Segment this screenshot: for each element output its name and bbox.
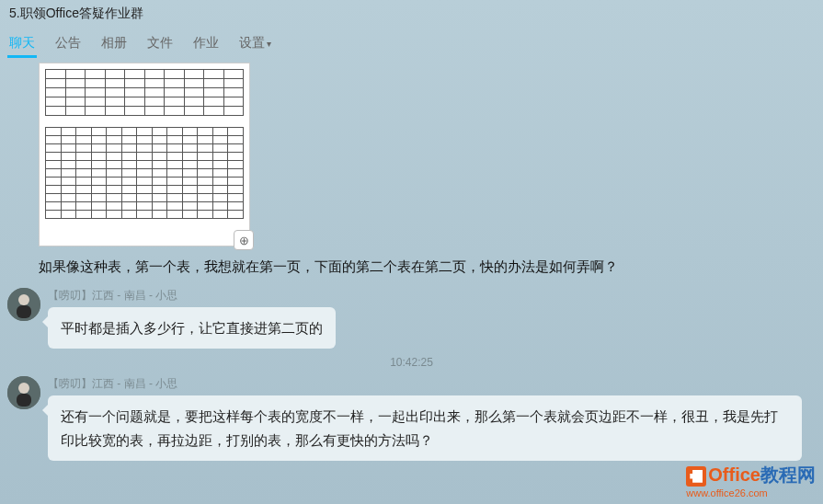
- office-logo-icon: [686, 466, 706, 487]
- chat-area: ⊕ 如果像这种表，第一个表，我想就在第一页，下面的第二个表在第二页，快的办法是如…: [0, 63, 823, 461]
- tab-chat[interactable]: 聊天: [7, 29, 37, 57]
- message-row: 【唠叨】江西 - 南昌 - 小思 平时都是插入多少行，让它直接进第二页的: [7, 288, 816, 349]
- window-title: 5.职领Office答疑作业群: [0, 0, 823, 28]
- chevron-down-icon: ▾: [267, 39, 271, 49]
- svg-rect-2: [17, 305, 31, 318]
- message-text: 平时都是插入多少行，让它直接进第二页的: [61, 320, 323, 336]
- attached-image[interactable]: ⊕: [39, 63, 250, 246]
- message-bubble: 还有一个问题就是，要把这样每个表的宽度不一样，一起出印出来，那么第一个表就会页边…: [48, 395, 802, 461]
- tab-notice[interactable]: 公告: [53, 29, 83, 57]
- tab-bar: 聊天 公告 相册 文件 作业 设置▾: [0, 28, 823, 59]
- magnifier-plus-icon[interactable]: ⊕: [234, 230, 254, 250]
- avatar[interactable]: [7, 288, 40, 321]
- svg-rect-5: [17, 394, 31, 407]
- avatar[interactable]: [7, 376, 40, 409]
- watermark-title: Office教程网: [686, 463, 816, 487]
- svg-point-1: [18, 294, 29, 305]
- tab-album[interactable]: 相册: [99, 29, 129, 57]
- table-thumbnail: [39, 63, 250, 246]
- tab-settings[interactable]: 设置▾: [237, 29, 273, 57]
- watermark: Office教程网 www.office26.com: [686, 463, 816, 498]
- message-bubble: 平时都是插入多少行，让它直接进第二页的: [48, 307, 336, 349]
- tab-files[interactable]: 文件: [145, 29, 175, 57]
- message-row: 【唠叨】江西 - 南昌 - 小思 还有一个问题就是，要把这样每个表的宽度不一样，…: [7, 376, 816, 461]
- message-text: 还有一个问题就是，要把这样每个表的宽度不一样，一起出印出来，那么第一个表就会页边…: [61, 408, 778, 448]
- message-text: 如果像这种表，第一个表，我想就在第一页，下面的第二个表在第二页，快的办法是如何弄…: [39, 254, 816, 281]
- message-block: ⊕ 如果像这种表，第一个表，我想就在第一页，下面的第二个表在第二页，快的办法是如…: [39, 63, 816, 281]
- sender-name: 【唠叨】江西 - 南昌 - 小思: [48, 376, 816, 392]
- tab-homework[interactable]: 作业: [191, 29, 221, 57]
- watermark-url: www.office26.com: [686, 487, 816, 498]
- table-preview-1: [45, 69, 244, 116]
- timestamp: 10:42:25: [7, 356, 816, 369]
- table-preview-2: [45, 127, 244, 219]
- svg-point-4: [18, 383, 29, 394]
- sender-name: 【唠叨】江西 - 南昌 - 小思: [48, 288, 816, 304]
